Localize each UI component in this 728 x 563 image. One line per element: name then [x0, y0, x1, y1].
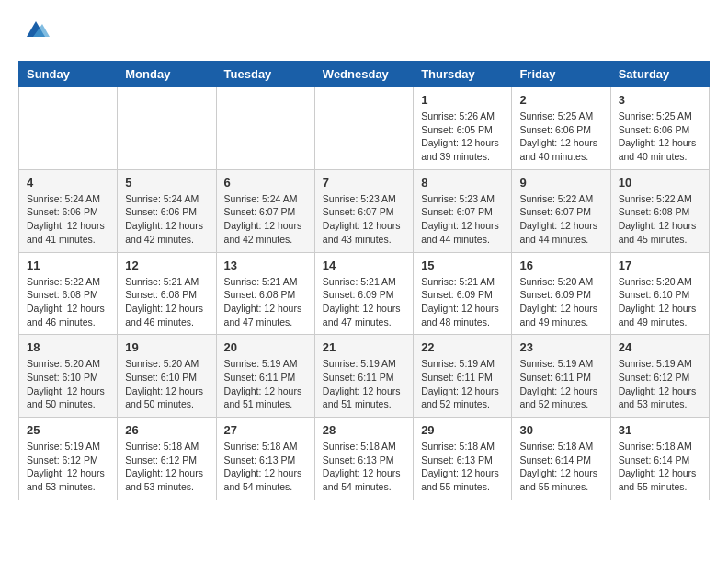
- calendar-cell: [314, 87, 413, 170]
- calendar-cell: 21Sunrise: 5:19 AMSunset: 6:11 PMDayligh…: [314, 335, 413, 418]
- day-number: 14: [323, 259, 405, 272]
- calendar-cell: 13Sunrise: 5:21 AMSunset: 6:08 PMDayligh…: [216, 252, 314, 335]
- calendar-cell: 1Sunrise: 5:26 AMSunset: 6:05 PMDaylight…: [414, 87, 512, 170]
- day-info: Sunrise: 5:22 AMSunset: 6:07 PMDaylight:…: [519, 192, 602, 247]
- day-info: Sunrise: 5:25 AMSunset: 6:06 PMDaylight:…: [619, 109, 701, 164]
- day-info: Sunrise: 5:24 AMSunset: 6:07 PMDaylight:…: [224, 192, 307, 247]
- weekday-header-wednesday: Wednesday: [314, 62, 413, 87]
- weekday-header-thursday: Thursday: [414, 62, 512, 87]
- day-number: 8: [421, 176, 504, 190]
- calendar-cell: 2Sunrise: 5:25 AMSunset: 6:06 PMDaylight…: [512, 87, 610, 170]
- weekday-header-saturday: Saturday: [610, 62, 709, 87]
- day-info: Sunrise: 5:22 AMSunset: 6:08 PMDaylight:…: [27, 275, 109, 329]
- calendar-cell: 8Sunrise: 5:23 AMSunset: 6:07 PMDaylight…: [414, 169, 512, 252]
- calendar-cell: 9Sunrise: 5:22 AMSunset: 6:07 PMDaylight…: [512, 169, 610, 252]
- calendar-week-2: 4Sunrise: 5:24 AMSunset: 6:06 PMDaylight…: [19, 169, 710, 252]
- calendar-cell: 5Sunrise: 5:24 AMSunset: 6:06 PMDaylight…: [118, 169, 216, 252]
- day-number: 16: [519, 259, 602, 272]
- calendar-week-3: 11Sunrise: 5:22 AMSunset: 6:08 PMDayligh…: [19, 252, 710, 335]
- day-info: Sunrise: 5:21 AMSunset: 6:09 PMDaylight:…: [323, 275, 405, 329]
- calendar-week-4: 18Sunrise: 5:20 AMSunset: 6:10 PMDayligh…: [19, 335, 710, 418]
- calendar-cell: 27Sunrise: 5:18 AMSunset: 6:13 PMDayligh…: [216, 418, 314, 500]
- day-info: Sunrise: 5:18 AMSunset: 6:13 PMDaylight:…: [323, 440, 405, 494]
- day-number: 21: [323, 340, 405, 354]
- day-number: 17: [619, 259, 701, 272]
- day-info: Sunrise: 5:19 AMSunset: 6:12 PMDaylight:…: [27, 440, 109, 494]
- day-number: 28: [323, 423, 405, 437]
- day-number: 3: [619, 93, 701, 107]
- day-info: Sunrise: 5:24 AMSunset: 6:06 PMDaylight:…: [27, 192, 109, 247]
- day-number: 24: [619, 340, 701, 354]
- day-number: 27: [224, 423, 307, 437]
- day-info: Sunrise: 5:23 AMSunset: 6:07 PMDaylight:…: [421, 192, 504, 247]
- day-number: 13: [224, 259, 307, 272]
- calendar-table: SundayMondayTuesdayWednesdayThursdayFrid…: [18, 61, 710, 500]
- day-number: 6: [224, 176, 307, 190]
- day-info: Sunrise: 5:20 AMSunset: 6:10 PMDaylight:…: [619, 275, 701, 329]
- day-info: Sunrise: 5:19 AMSunset: 6:11 PMDaylight:…: [519, 357, 602, 411]
- day-info: Sunrise: 5:21 AMSunset: 6:08 PMDaylight:…: [224, 275, 307, 329]
- calendar-cell: 19Sunrise: 5:20 AMSunset: 6:10 PMDayligh…: [118, 335, 216, 418]
- day-number: 30: [519, 423, 602, 437]
- day-info: Sunrise: 5:18 AMSunset: 6:14 PMDaylight:…: [519, 440, 602, 494]
- calendar-cell: [118, 87, 216, 170]
- calendar-cell: 22Sunrise: 5:19 AMSunset: 6:11 PMDayligh…: [414, 335, 512, 418]
- calendar-cell: 24Sunrise: 5:19 AMSunset: 6:12 PMDayligh…: [610, 335, 709, 418]
- day-number: 5: [125, 176, 208, 190]
- day-number: 29: [421, 423, 504, 437]
- calendar-cell: 20Sunrise: 5:19 AMSunset: 6:11 PMDayligh…: [216, 335, 314, 418]
- calendar-cell: 7Sunrise: 5:23 AMSunset: 6:07 PMDaylight…: [314, 169, 413, 252]
- day-info: Sunrise: 5:21 AMSunset: 6:08 PMDaylight:…: [125, 275, 208, 329]
- calendar-cell: 10Sunrise: 5:22 AMSunset: 6:08 PMDayligh…: [610, 169, 709, 252]
- calendar-cell: 31Sunrise: 5:18 AMSunset: 6:14 PMDayligh…: [610, 418, 709, 500]
- day-info: Sunrise: 5:23 AMSunset: 6:07 PMDaylight:…: [323, 192, 405, 247]
- day-info: Sunrise: 5:21 AMSunset: 6:09 PMDaylight:…: [421, 275, 504, 329]
- day-number: 10: [619, 176, 701, 190]
- calendar-cell: [19, 87, 118, 170]
- page-header: [18, 18, 710, 46]
- calendar-cell: [216, 87, 314, 170]
- day-info: Sunrise: 5:22 AMSunset: 6:08 PMDaylight:…: [619, 192, 701, 247]
- calendar-cell: 18Sunrise: 5:20 AMSunset: 6:10 PMDayligh…: [19, 335, 118, 418]
- day-number: 25: [27, 423, 109, 437]
- calendar-cell: 12Sunrise: 5:21 AMSunset: 6:08 PMDayligh…: [118, 252, 216, 335]
- day-number: 12: [125, 259, 208, 272]
- calendar-cell: 16Sunrise: 5:20 AMSunset: 6:09 PMDayligh…: [512, 252, 610, 335]
- calendar-cell: 26Sunrise: 5:18 AMSunset: 6:12 PMDayligh…: [118, 418, 216, 500]
- calendar-cell: 17Sunrise: 5:20 AMSunset: 6:10 PMDayligh…: [610, 252, 709, 335]
- weekday-header-sunday: Sunday: [19, 62, 118, 87]
- day-number: 11: [27, 259, 109, 272]
- day-info: Sunrise: 5:25 AMSunset: 6:06 PMDaylight:…: [519, 109, 602, 164]
- weekday-header-tuesday: Tuesday: [216, 62, 314, 87]
- calendar-cell: 15Sunrise: 5:21 AMSunset: 6:09 PMDayligh…: [414, 252, 512, 335]
- day-number: 18: [27, 340, 109, 354]
- day-info: Sunrise: 5:18 AMSunset: 6:13 PMDaylight:…: [421, 440, 504, 494]
- day-info: Sunrise: 5:19 AMSunset: 6:12 PMDaylight:…: [619, 357, 701, 411]
- calendar-cell: 30Sunrise: 5:18 AMSunset: 6:14 PMDayligh…: [512, 418, 610, 500]
- day-info: Sunrise: 5:24 AMSunset: 6:06 PMDaylight:…: [125, 192, 208, 247]
- day-info: Sunrise: 5:18 AMSunset: 6:12 PMDaylight:…: [125, 440, 208, 494]
- day-info: Sunrise: 5:26 AMSunset: 6:05 PMDaylight:…: [421, 109, 504, 164]
- calendar-cell: 25Sunrise: 5:19 AMSunset: 6:12 PMDayligh…: [19, 418, 118, 500]
- day-info: Sunrise: 5:20 AMSunset: 6:10 PMDaylight:…: [125, 357, 208, 411]
- day-number: 31: [619, 423, 701, 437]
- calendar-cell: 29Sunrise: 5:18 AMSunset: 6:13 PMDayligh…: [414, 418, 512, 500]
- day-number: 7: [323, 176, 405, 190]
- weekday-header-monday: Monday: [118, 62, 216, 87]
- weekday-header-row: SundayMondayTuesdayWednesdayThursdayFrid…: [19, 62, 710, 87]
- day-number: 2: [519, 93, 602, 107]
- day-info: Sunrise: 5:19 AMSunset: 6:11 PMDaylight:…: [323, 357, 405, 411]
- day-info: Sunrise: 5:20 AMSunset: 6:09 PMDaylight:…: [519, 275, 602, 329]
- day-number: 23: [519, 340, 602, 354]
- day-number: 4: [27, 176, 109, 190]
- day-info: Sunrise: 5:18 AMSunset: 6:13 PMDaylight:…: [224, 440, 307, 494]
- day-info: Sunrise: 5:18 AMSunset: 6:14 PMDaylight:…: [619, 440, 701, 494]
- calendar-cell: 14Sunrise: 5:21 AMSunset: 6:09 PMDayligh…: [314, 252, 413, 335]
- calendar-cell: 4Sunrise: 5:24 AMSunset: 6:06 PMDaylight…: [19, 169, 118, 252]
- weekday-header-friday: Friday: [512, 62, 610, 87]
- calendar-cell: 28Sunrise: 5:18 AMSunset: 6:13 PMDayligh…: [314, 418, 413, 500]
- calendar-cell: 6Sunrise: 5:24 AMSunset: 6:07 PMDaylight…: [216, 169, 314, 252]
- day-number: 19: [125, 340, 208, 354]
- day-number: 20: [224, 340, 307, 354]
- calendar-week-1: 1Sunrise: 5:26 AMSunset: 6:05 PMDaylight…: [19, 87, 710, 170]
